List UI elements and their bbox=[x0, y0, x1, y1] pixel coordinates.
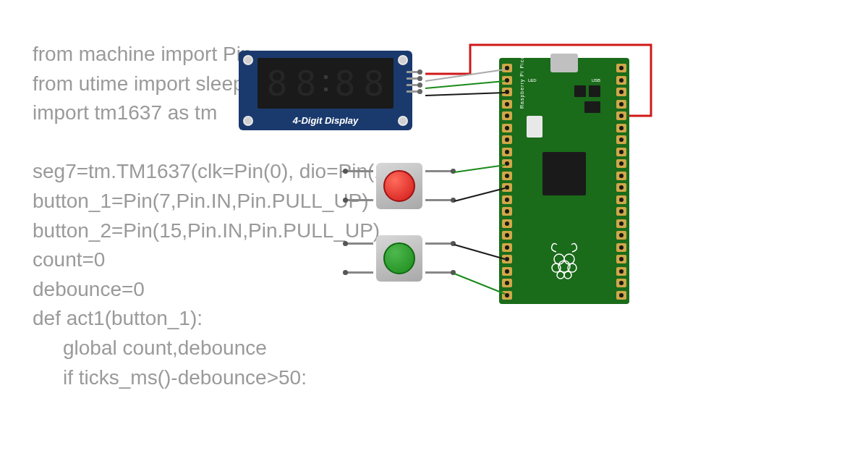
code-line: global count,debounce bbox=[33, 334, 399, 363]
pico-pin bbox=[502, 207, 512, 216]
pico-pin bbox=[616, 124, 626, 132]
display-pin-vcc bbox=[407, 84, 420, 86]
button-leg-icon bbox=[346, 242, 373, 245]
small-chip-icon bbox=[589, 85, 600, 97]
bootsel-button-icon bbox=[527, 116, 542, 138]
code-line: import tm1637 as tm bbox=[33, 101, 217, 124]
pico-pin bbox=[502, 64, 512, 72]
rp2040-chip-icon bbox=[542, 152, 586, 195]
push-button-red bbox=[369, 156, 430, 216]
wire-clk bbox=[425, 69, 505, 81]
button-cap-green bbox=[383, 242, 415, 274]
pico-silkscreen-text: Raspberry Pi Pico ©2020 bbox=[519, 0, 524, 109]
pico-pin bbox=[616, 100, 626, 109]
pico-pin bbox=[502, 111, 512, 120]
code-line: button_2=Pin(15,Pin.IN,Pin.PULL_UP) bbox=[33, 219, 380, 242]
pico-pin bbox=[616, 135, 626, 144]
pico-pin bbox=[502, 231, 512, 240]
pico-pin bbox=[502, 183, 512, 192]
wire-button1-sig bbox=[454, 165, 505, 172]
button-leg-icon bbox=[425, 170, 453, 172]
svg-point-2 bbox=[552, 263, 561, 272]
push-button-green bbox=[369, 228, 430, 289]
pico-pin bbox=[616, 255, 626, 263]
tm1637-display-module: 4-Digit Display bbox=[239, 51, 412, 130]
display-pin-dio bbox=[407, 77, 420, 80]
code-line: if ticks_ms()-debounce>50: bbox=[33, 363, 399, 393]
pico-pin bbox=[502, 88, 512, 96]
wire-button1-gnd bbox=[454, 188, 505, 201]
digit-2 bbox=[294, 64, 318, 103]
pico-pin bbox=[502, 195, 512, 204]
wire-button2-gnd bbox=[454, 245, 505, 259]
seven-segment-screen bbox=[258, 58, 393, 109]
digit-3 bbox=[333, 64, 357, 103]
pico-pin bbox=[502, 219, 512, 228]
display-pin-header bbox=[407, 71, 420, 93]
svg-point-5 bbox=[557, 271, 564, 279]
pico-pin bbox=[502, 291, 512, 300]
display-pin-clk bbox=[407, 71, 420, 73]
pico-pin bbox=[502, 100, 512, 109]
pico-pin bbox=[502, 76, 512, 85]
button-leg-icon bbox=[346, 170, 373, 172]
pico-pin bbox=[616, 195, 626, 204]
pico-pin bbox=[502, 267, 512, 276]
digit-1 bbox=[265, 64, 289, 103]
display-pin-gnd bbox=[407, 90, 420, 93]
button-leg-icon bbox=[425, 271, 453, 274]
code-line: count=0 bbox=[33, 248, 105, 271]
pico-pin bbox=[616, 88, 626, 96]
wire-gnd-display bbox=[425, 93, 505, 96]
button-leg-icon bbox=[346, 199, 373, 201]
pico-pin bbox=[502, 159, 512, 168]
pico-pin bbox=[616, 279, 626, 287]
code-line: def act1(button_1): bbox=[33, 307, 203, 329]
pico-pin bbox=[616, 76, 626, 85]
pico-pin bbox=[502, 124, 512, 132]
pico-pin bbox=[616, 183, 626, 192]
colon-icon bbox=[323, 75, 328, 91]
pico-pin bbox=[502, 255, 512, 263]
wire-button2-sig bbox=[454, 274, 505, 294]
pico-pin bbox=[616, 207, 626, 216]
pico-pins-right bbox=[616, 64, 626, 300]
code-line: from machine import Pin bbox=[33, 43, 252, 65]
pico-pin bbox=[616, 231, 626, 240]
digit-4 bbox=[362, 64, 386, 103]
pico-pin bbox=[616, 291, 626, 300]
wire-dio bbox=[425, 81, 505, 88]
pico-pin bbox=[616, 159, 626, 168]
micro-usb-icon bbox=[550, 54, 578, 72]
pico-pin bbox=[502, 148, 512, 156]
small-chip-icon bbox=[574, 85, 586, 97]
pico-pin bbox=[502, 279, 512, 287]
pico-pin bbox=[616, 111, 626, 120]
button-leg-icon bbox=[425, 242, 453, 245]
raspberry-pi-pico: LED USB Raspberry Pi Pico ©2020 bbox=[499, 58, 629, 304]
usb-label: USB bbox=[592, 78, 600, 83]
button-leg-icon bbox=[425, 199, 453, 201]
pico-pin bbox=[616, 64, 626, 72]
mounting-hole-icon bbox=[398, 55, 408, 65]
svg-point-6 bbox=[564, 271, 571, 279]
mounting-hole-icon bbox=[243, 55, 253, 65]
pico-pins-left bbox=[502, 64, 512, 300]
button-cap-red bbox=[383, 170, 415, 202]
pico-pin bbox=[616, 148, 626, 156]
pico-pin bbox=[616, 172, 626, 180]
pico-pin bbox=[502, 243, 512, 252]
pico-pin bbox=[616, 243, 626, 252]
pico-pin bbox=[616, 219, 626, 228]
pico-pin bbox=[502, 172, 512, 180]
small-chip-icon bbox=[584, 101, 600, 113]
led-label: LED bbox=[528, 78, 537, 83]
pico-pin bbox=[616, 267, 626, 276]
code-line: debounce=0 bbox=[33, 278, 145, 300]
button-leg-icon bbox=[346, 271, 373, 274]
code-line: button_1=Pin(7,Pin.IN,Pin.PULL_UP) bbox=[33, 190, 369, 212]
display-label: 4-Digit Display bbox=[239, 115, 412, 126]
pico-pin bbox=[502, 135, 512, 144]
svg-point-3 bbox=[568, 263, 576, 272]
raspberry-logo-icon bbox=[546, 239, 582, 282]
